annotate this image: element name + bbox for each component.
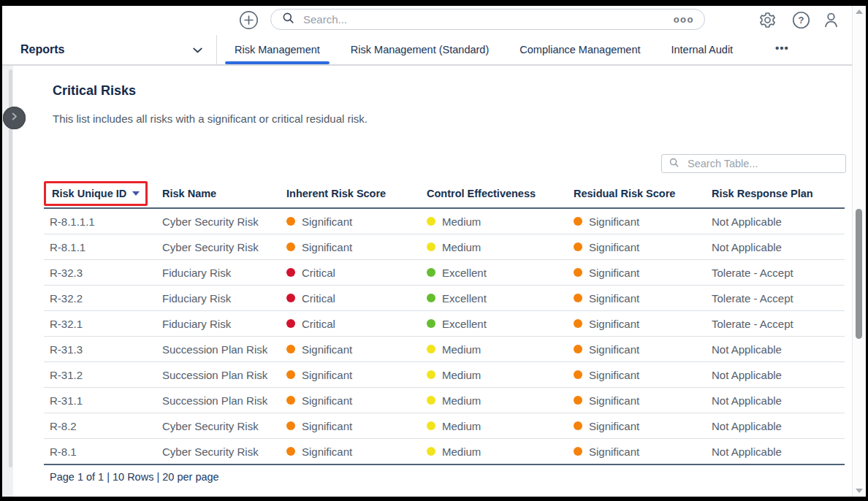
cell-inherent-risk-score: Critical [281, 292, 421, 305]
table-row[interactable]: R-32.3 Fiduciary Risk Critical Excellent… [44, 260, 845, 286]
cell-control-effectiveness: Medium [421, 215, 568, 228]
scroll-up-icon[interactable] [856, 9, 863, 14]
tab-compliance-management[interactable]: Compliance Management [509, 35, 651, 64]
cell-residual-risk-score: Significant [568, 394, 706, 407]
profile-button[interactable] [822, 11, 840, 29]
cell-inherent-risk-score: Significant [281, 394, 421, 407]
cell-inherent-risk-score: Significant [281, 420, 421, 432]
cell-risk-response-plan: Not Applicable [706, 215, 845, 228]
person-icon [822, 19, 840, 31]
annotation-highlight-box: Risk Unique ID [44, 181, 148, 206]
chevron-right-icon [9, 111, 20, 125]
column-header-residual-risk-score[interactable]: Residual Risk Score [568, 188, 706, 199]
help-button[interactable]: ? [792, 11, 810, 29]
status-dot-icon [427, 319, 435, 328]
column-header-inherent-risk-score[interactable]: Inherent Risk Score [281, 188, 421, 199]
gear-icon [758, 19, 777, 31]
pagination-summary: Page 1 of 1 | 10 Rows | 20 per page [44, 471, 219, 483]
column-header-label: Risk Unique ID [52, 188, 126, 199]
cell-residual-risk-score: Significant [568, 215, 706, 228]
cell-inherent-risk-score: Significant [281, 343, 421, 356]
column-header-risk-response-plan[interactable]: Risk Response Plan [706, 188, 845, 199]
status-dot-icon [427, 447, 435, 456]
status-dot-icon [286, 268, 295, 277]
cell-risk-response-plan: Not Applicable [706, 394, 845, 407]
cell-residual-risk-score: Significant [568, 241, 706, 253]
cell-inherent-risk-score: Significant [281, 215, 421, 228]
status-dot-icon [574, 242, 582, 251]
status-dot-icon [574, 319, 582, 328]
cell-risk-name: Succession Plan Risk [156, 343, 281, 356]
cell-control-effectiveness: Medium [421, 343, 568, 356]
search-icon [281, 11, 295, 28]
cell-control-effectiveness: Medium [421, 394, 568, 407]
column-header-risk-name[interactable]: Risk Name [156, 188, 281, 199]
table-header-row: Risk Unique ID Risk Name Inherent Risk S… [44, 179, 845, 209]
add-button[interactable] [239, 10, 259, 30]
status-dot-icon [286, 370, 295, 379]
tab-list: Risk ManagementRisk Management (Standard… [224, 35, 753, 64]
tab-bar: Reports Risk ManagementRisk Management (… [2, 35, 852, 66]
tab-risk-management[interactable]: Risk Management [224, 35, 331, 64]
global-search[interactable]: ooo [270, 9, 705, 30]
table-search[interactable] [661, 154, 846, 173]
cell-risk-unique-id: R-32.2 [44, 292, 156, 305]
tab-risk-management-standard[interactable]: Risk Management (Standard) [340, 35, 500, 64]
table-row[interactable]: R-31.2 Succession Plan Risk Significant … [44, 362, 845, 388]
status-dot-icon [286, 396, 295, 405]
cell-risk-name: Succession Plan Risk [156, 369, 281, 381]
cell-risk-name: Fiduciary Risk [156, 292, 281, 305]
status-dot-icon [427, 421, 435, 430]
table-row[interactable]: R-8.1.1 Cyber Security Risk Significant … [44, 234, 845, 260]
expand-panel-button[interactable] [3, 107, 26, 129]
status-dot-icon [574, 345, 582, 353]
collapsed-left-panel [2, 66, 13, 497]
table-row[interactable]: R-8.2 Cyber Security Risk Significant Me… [44, 413, 845, 439]
table-row[interactable]: R-32.1 Fiduciary Risk Critical Excellent… [44, 311, 845, 337]
status-dot-icon [574, 396, 582, 405]
search-options-icon[interactable]: ooo [674, 14, 694, 25]
table-row[interactable]: R-8.1 Cyber Security Risk Significant Me… [44, 439, 845, 464]
reports-dropdown[interactable]: Reports [20, 35, 64, 64]
cell-control-effectiveness: Excellent [421, 267, 568, 279]
status-dot-icon [286, 319, 295, 328]
column-header-control-effectiveness[interactable]: Control Effectiveness [421, 188, 568, 199]
table-search-input[interactable] [686, 157, 839, 170]
cell-residual-risk-score: Significant [568, 318, 706, 330]
cell-inherent-risk-score: Significant [281, 369, 421, 381]
cell-control-effectiveness: Medium [421, 241, 568, 253]
table-body: R-8.1.1.1 Cyber Security Risk Significan… [44, 209, 845, 464]
cell-residual-risk-score: Significant [568, 445, 706, 458]
scrollbar-thumb[interactable] [856, 209, 862, 339]
chevron-down-icon[interactable] [191, 44, 204, 59]
table-footer: Page 1 of 1 | 10 Rows | 20 per page [44, 464, 845, 489]
scroll-down-icon[interactable] [856, 489, 863, 493]
settings-button[interactable] [758, 11, 777, 29]
cell-control-effectiveness: Excellent [421, 292, 568, 305]
cell-risk-unique-id: R-8.1.1.1 [44, 215, 156, 228]
cell-risk-unique-id: R-31.1 [44, 394, 156, 407]
column-header-risk-unique-id[interactable]: Risk Unique ID [44, 181, 156, 206]
cell-risk-unique-id: R-32.3 [44, 267, 156, 279]
table-row[interactable]: R-31.1 Succession Plan Risk Significant … [44, 388, 845, 413]
status-dot-icon [574, 447, 582, 456]
cell-risk-unique-id: R-31.3 [44, 343, 156, 356]
cell-risk-name: Cyber Security Risk [156, 445, 281, 458]
app-window: ooo ? Reports Risk ManagementRisk Manage… [0, 0, 868, 501]
tab-internal-audit[interactable]: Internal Audit [660, 35, 745, 64]
cell-residual-risk-score: Significant [568, 267, 706, 279]
cell-residual-risk-score: Significant [568, 343, 706, 356]
cell-risk-name: Fiduciary Risk [156, 267, 281, 279]
vertical-scrollbar[interactable] [852, 6, 866, 497]
status-dot-icon [574, 268, 582, 277]
table-row[interactable]: R-32.2 Fiduciary Risk Critical Excellent… [44, 286, 845, 311]
tabs-overflow-icon[interactable]: ••• [771, 35, 793, 64]
table-row[interactable]: R-8.1.1.1 Cyber Security Risk Significan… [44, 209, 845, 234]
table-row[interactable]: R-31.3 Succession Plan Risk Significant … [44, 337, 845, 362]
status-dot-icon [286, 421, 295, 430]
critical-risks-table: Risk Unique ID Risk Name Inherent Risk S… [44, 179, 845, 489]
global-search-input[interactable] [302, 12, 674, 26]
cell-risk-response-plan: Not Applicable [706, 241, 845, 253]
status-dot-icon [286, 217, 295, 226]
cell-risk-response-plan: Not Applicable [706, 445, 845, 458]
